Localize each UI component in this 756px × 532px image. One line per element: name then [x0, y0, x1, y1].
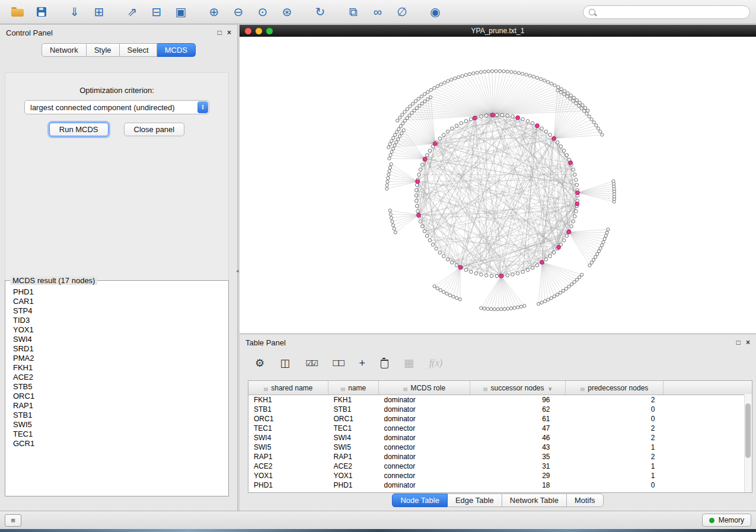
network-node[interactable]	[499, 70, 502, 73]
network-node[interactable]	[525, 73, 528, 76]
network-node[interactable]	[581, 104, 584, 107]
network-node[interactable]	[573, 214, 577, 218]
network-node[interactable]	[516, 272, 519, 275]
network-node[interactable]	[516, 306, 519, 309]
network-node[interactable]	[526, 268, 529, 272]
network-node[interactable]	[420, 95, 423, 98]
network-node[interactable]	[523, 305, 526, 307]
network-canvas[interactable]	[240, 37, 756, 333]
network-node[interactable]	[412, 102, 414, 105]
network-node[interactable]	[511, 115, 515, 118]
network-node[interactable]	[531, 121, 534, 125]
network-node[interactable]	[569, 97, 572, 100]
network-node[interactable]	[388, 143, 391, 146]
network-node[interactable]	[448, 294, 451, 297]
network-node[interactable]	[446, 79, 449, 82]
network-node[interactable]	[408, 114, 411, 117]
network-node[interactable]	[402, 129, 405, 132]
network-node[interactable]	[559, 91, 562, 94]
network-node[interactable]	[468, 73, 471, 76]
mcds-result-item[interactable]: RAP1	[13, 401, 228, 411]
table-row[interactable]: ORC1ORC1dominator610	[248, 414, 752, 424]
mcds-hub-node[interactable]	[433, 142, 437, 146]
network-node[interactable]	[544, 130, 548, 133]
network-node[interactable]	[552, 251, 556, 254]
network-node[interactable]	[431, 243, 435, 246]
column-menu-icon[interactable]: ▤	[341, 386, 346, 392]
network-node[interactable]	[521, 117, 525, 121]
network-node[interactable]	[566, 95, 569, 98]
table-row[interactable]: SWI4SWI4dominator462	[248, 433, 752, 443]
network-node[interactable]	[570, 225, 573, 228]
network-node[interactable]	[578, 275, 581, 278]
network-node[interactable]	[390, 140, 393, 143]
import-table-from-file-button[interactable]: ⊞	[88, 2, 110, 21]
network-node[interactable]	[506, 274, 509, 277]
network-node[interactable]	[414, 100, 417, 102]
network-node[interactable]	[388, 166, 391, 169]
network-node[interactable]	[487, 70, 490, 73]
network-node[interactable]	[517, 72, 520, 75]
network-node[interactable]	[464, 73, 467, 76]
network-node[interactable]	[452, 295, 455, 298]
network-node[interactable]	[428, 239, 432, 242]
network-node[interactable]	[420, 102, 423, 105]
network-node[interactable]	[519, 305, 522, 308]
function-builder-button[interactable]: f(x)	[429, 358, 442, 368]
network-node[interactable]	[390, 150, 393, 153]
network-node[interactable]	[403, 110, 406, 113]
network-node[interactable]	[486, 307, 489, 310]
network-node[interactable]	[387, 177, 390, 180]
network-node[interactable]	[484, 274, 488, 277]
mcds-result-item[interactable]: ORC1	[13, 392, 228, 401]
network-node[interactable]	[573, 173, 577, 177]
network-node[interactable]	[607, 228, 610, 231]
network-node[interactable]	[400, 132, 403, 134]
import-network-from-file-button[interactable]: ⇓	[63, 2, 86, 21]
network-node[interactable]	[438, 137, 442, 140]
network-node[interactable]	[415, 188, 419, 192]
network-node[interactable]	[567, 285, 570, 288]
network-node[interactable]	[458, 298, 461, 301]
mcds-result-item[interactable]: STB1	[13, 411, 228, 420]
mcds-hub-node[interactable]	[516, 116, 520, 120]
network-node[interactable]	[461, 75, 464, 78]
network-node[interactable]	[414, 194, 418, 197]
mcds-result-item[interactable]: ACE2	[13, 373, 228, 382]
network-node[interactable]	[390, 216, 393, 219]
network-node[interactable]	[464, 120, 468, 123]
network-node[interactable]	[569, 94, 572, 97]
close-panel-icon[interactable]: ×	[227, 29, 231, 36]
network-node[interactable]	[401, 122, 404, 125]
network-node[interactable]	[612, 180, 615, 182]
network-node[interactable]	[385, 187, 388, 190]
network-node[interactable]	[548, 133, 552, 137]
table-row[interactable]: FKH1FKH1dominator962	[248, 395, 752, 405]
network-node[interactable]	[442, 290, 445, 293]
tab-network[interactable]: Network	[42, 43, 87, 57]
show-all-button[interactable]: ◉	[424, 2, 446, 21]
network-node[interactable]	[445, 292, 448, 295]
network-node[interactable]	[570, 283, 573, 286]
network-node[interactable]	[596, 127, 599, 130]
network-node[interactable]	[572, 168, 575, 172]
delete-table-button[interactable]	[381, 358, 388, 368]
optimization-criterion-select[interactable]: largest connected component (undirected)…	[24, 100, 209, 114]
network-node[interactable]	[588, 115, 591, 118]
network-node[interactable]	[470, 117, 473, 121]
network-node[interactable]	[425, 153, 429, 157]
network-node[interactable]	[450, 78, 453, 81]
network-node[interactable]	[446, 130, 449, 133]
network-node[interactable]	[395, 130, 398, 133]
network-node[interactable]	[394, 231, 397, 234]
zoom-in-button[interactable]: ⊕	[203, 2, 225, 21]
column-header-predecessor-nodes[interactable]: ▤predecessor nodes	[566, 381, 664, 395]
tab-motifs[interactable]: Motifs	[567, 493, 604, 507]
network-node[interactable]	[566, 92, 569, 95]
network-node[interactable]	[578, 101, 581, 104]
network-node[interactable]	[415, 183, 419, 187]
network-node[interactable]	[559, 291, 562, 294]
chevron-down-icon[interactable]: ∨	[548, 386, 553, 392]
network-node[interactable]	[480, 115, 483, 118]
network-node[interactable]	[580, 107, 583, 110]
